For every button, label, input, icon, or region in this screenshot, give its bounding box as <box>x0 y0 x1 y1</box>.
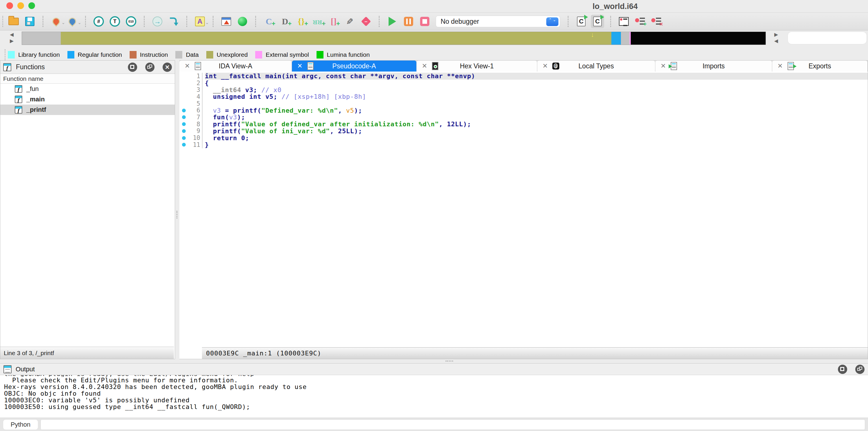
chevron-down-icon[interactable]: ⌄ <box>78 20 81 25</box>
tab-local-types[interactable]: Local Types✕0 <box>537 61 655 71</box>
create-struct-icon[interactable]: {}+ <box>294 15 308 28</box>
chevron-down-icon[interactable]: ⌄ <box>61 20 65 25</box>
code-line[interactable]: 1int __fastcall main(int argc, const cha… <box>179 73 868 80</box>
navband-unexplored-segment[interactable] <box>61 32 612 45</box>
close-tab-icon[interactable]: ✕ <box>297 62 302 70</box>
jump-forward-icon[interactable]: ⌄ <box>66 15 79 28</box>
open-file-icon[interactable] <box>7 15 20 28</box>
tab-imports[interactable]: Imports✕ <box>655 61 772 71</box>
function-name-column-header[interactable]: Function name <box>0 74 175 84</box>
chevron-down-icon[interactable]: ⌄ <box>322 20 327 25</box>
code-token-cmt: // x0 <box>261 86 281 93</box>
create-function-icon[interactable]: C+ <box>262 15 275 28</box>
jump-down-icon[interactable] <box>167 15 180 28</box>
code-line[interactable]: 3 __int64 v3; // x0 <box>179 86 868 93</box>
close-tab-icon[interactable]: ✕ <box>660 62 666 70</box>
breakpoint-dot[interactable] <box>179 143 188 147</box>
pause-process-icon[interactable] <box>402 15 415 28</box>
horizontal-splitter[interactable] <box>0 359 868 363</box>
tab-hex-view-1[interactable]: Hex View-1✕ <box>416 61 537 71</box>
create-array-icon[interactable]: []+ <box>327 15 340 28</box>
navband-scroll-left-icon[interactable]: ◀ <box>10 32 14 37</box>
lumina-icon[interactable] <box>236 15 249 28</box>
navband-scroll-right-icon[interactable]: ▶ <box>10 38 14 44</box>
python-cli-button[interactable]: Python <box>3 420 38 430</box>
function-row[interactable]: f_printf <box>0 105 175 115</box>
make-binary-icon[interactable]: 010 <box>124 15 138 28</box>
run-to-cursor-icon[interactable]: C <box>591 15 604 28</box>
navband-right-arrows[interactable]: ▶ ◀ <box>774 32 779 44</box>
code-line[interactable]: 7 fun(v3); <box>179 114 868 121</box>
maximize-panel-icon[interactable] <box>128 63 137 72</box>
zoom-window-icon[interactable] <box>28 2 35 9</box>
vertical-splitter[interactable] <box>175 60 179 359</box>
quick-debug-icon[interactable]: C <box>575 15 588 28</box>
code-line[interactable]: 4 unsigned int v5; // [xsp+18h] [xbp-8h] <box>179 93 868 100</box>
maximize-output-icon[interactable] <box>838 365 847 374</box>
breakpoint-dot[interactable] <box>179 115 188 119</box>
output-console[interactable]: the gooMBA plugin is ready, use the Edit… <box>0 375 868 418</box>
code-line[interactable]: 2{ <box>179 80 868 87</box>
python-console-input[interactable] <box>40 420 865 430</box>
breakpoint-dot[interactable] <box>179 109 188 112</box>
navband-scroll-left-icon2[interactable]: ◀ <box>774 38 779 44</box>
code-text: printf("Value of defined_var after initi… <box>205 121 868 128</box>
close-panel-icon[interactable]: ✕ <box>163 63 172 72</box>
close-tab-icon[interactable]: ✕ <box>542 62 548 70</box>
stop-process-icon[interactable] <box>418 15 431 28</box>
navband-left-arrows[interactable]: ◀ ▶ <box>10 32 14 44</box>
edit-function-icon[interactable]: ✎ <box>343 15 356 28</box>
code-line[interactable]: 8 printf("Value of defined_var after ini… <box>179 121 868 128</box>
restore-output-icon[interactable] <box>855 365 865 374</box>
create-segment-icon[interactable]: ᴚᴚ+⌄ <box>311 15 324 28</box>
code-line[interactable]: 5 <box>179 100 868 107</box>
save-file-icon[interactable] <box>23 15 36 28</box>
output-panel-header[interactable]: Output <box>0 364 868 375</box>
pseudocode-view[interactable]: 1int __fastcall main(int argc, const cha… <box>179 71 868 347</box>
close-window-icon[interactable] <box>6 2 13 9</box>
functions-panel-header[interactable]: f Functions ✕ <box>0 61 175 74</box>
cli-bar: Python <box>0 418 868 431</box>
make-number-icon[interactable]: # <box>92 15 105 28</box>
create-data-icon[interactable]: D+ <box>278 15 292 28</box>
undefine-icon[interactable]: – <box>359 15 373 28</box>
tab-exports[interactable]: Exports✕ <box>772 61 868 71</box>
breakpoint-list-icon[interactable] <box>617 15 630 28</box>
debugger-select[interactable]: No debugger⌃ ⌄ <box>436 16 560 27</box>
restore-panel-icon[interactable] <box>145 63 155 72</box>
function-row[interactable]: f_main <box>0 94 175 105</box>
functions-status-bar: Line 3 of 3, /_printf <box>0 347 174 359</box>
add-breakpoint-icon[interactable]: + <box>633 15 647 28</box>
jump-back-icon[interactable]: ⌄ <box>50 15 63 28</box>
window-triangle-icon[interactable] <box>220 15 233 28</box>
navband-regular-function-segment[interactable] <box>611 32 621 45</box>
set-colors-icon[interactable]: A⌄ <box>193 15 207 28</box>
close-tab-icon[interactable]: ✕ <box>777 62 783 70</box>
gutter-divider <box>200 93 203 100</box>
jump-to-address-icon[interactable]: → <box>151 15 164 28</box>
tab-ida-view-a[interactable]: IDA View-A✕ <box>179 61 292 71</box>
function-row[interactable]: f_fun <box>0 84 175 94</box>
navband-data-segment-2[interactable] <box>621 32 629 45</box>
make-text-icon[interactable]: T <box>108 15 122 28</box>
close-tab-icon[interactable]: ✕ <box>422 62 427 70</box>
toolbar-drag-handle[interactable] <box>2 16 3 27</box>
code-line[interactable]: 9 printf("Value of ini_var: %d", 25LL); <box>179 128 868 135</box>
breakpoint-dot[interactable] <box>179 122 188 126</box>
delete-breakpoint-icon[interactable]: × <box>650 15 663 28</box>
code-line[interactable]: 11} <box>179 141 868 148</box>
code-line[interactable]: 10 return 0; <box>179 135 868 141</box>
select-chevrons-icon[interactable]: ⌃ ⌄ <box>546 18 558 26</box>
breakpoint-dot[interactable] <box>179 136 188 140</box>
tab-pseudocode-a[interactable]: Pseudocode-A✕ <box>292 61 416 71</box>
navigation-band[interactable] <box>22 32 766 45</box>
breakpoint-dot[interactable] <box>179 129 188 133</box>
start-process-icon[interactable] <box>386 15 399 28</box>
chevron-down-icon[interactable]: ⌄ <box>205 20 209 25</box>
close-tab-icon[interactable]: ✕ <box>185 62 190 70</box>
code-line[interactable]: 6 v3 = printf("Defined_var: %d\n", v5); <box>179 107 868 114</box>
navband-data-segment[interactable] <box>22 32 61 45</box>
minimize-window-icon[interactable] <box>18 2 24 9</box>
navband-library-black-segment[interactable] <box>631 32 766 45</box>
navband-scroll-right-icon2[interactable]: ▶ <box>774 32 779 37</box>
